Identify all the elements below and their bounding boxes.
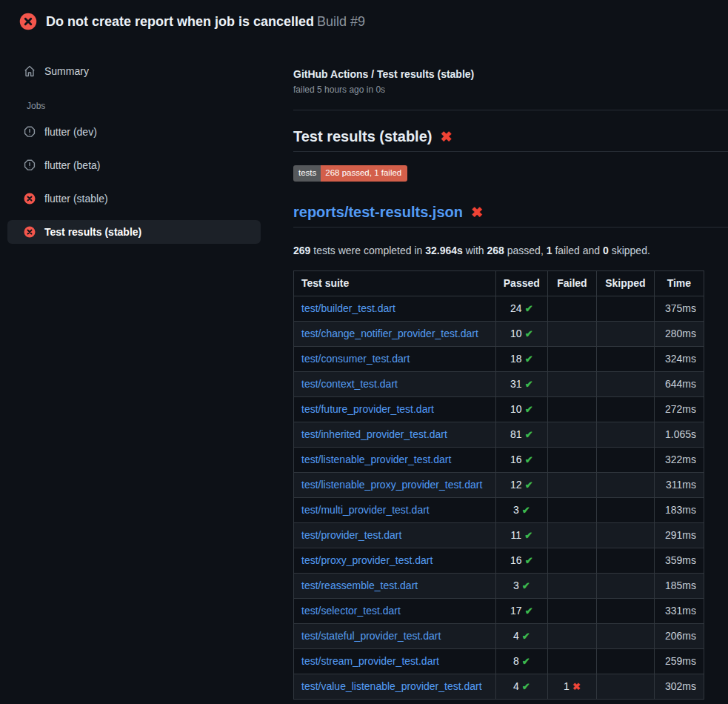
passed-cell: 11✔ (495, 522, 547, 548)
time-cell: 359ms (654, 548, 704, 573)
passed-cell: 24✔ (495, 296, 547, 321)
sidebar-item-label: Summary (44, 65, 89, 77)
suite-link[interactable]: test/proxy_provider_test.dart (301, 554, 433, 566)
check-run-header: Do not create report when job is cancell… (0, 0, 728, 41)
column-header-time: Time (654, 270, 704, 296)
badge-value: 268 passed, 1 failed (321, 165, 407, 182)
passed-count: 18 (510, 353, 522, 365)
x-icon: ✖ (471, 205, 483, 219)
sidebar-item-summary[interactable]: Summary (7, 59, 261, 83)
table-row: test/change_notifier_provider_test.dart … (294, 321, 704, 346)
suite-link[interactable]: test/context_test.dart (301, 378, 398, 390)
badge-label: tests (293, 165, 321, 182)
check-icon: ✔ (524, 530, 532, 541)
passed-count: 12 (510, 479, 522, 491)
check-icon: ✔ (522, 631, 530, 642)
passed-count: 4 (513, 630, 519, 642)
skipped-cell (597, 346, 655, 371)
failed-cell (547, 422, 596, 447)
passed-count: 16 (510, 554, 522, 566)
failed-cell (547, 447, 596, 472)
build-number: Build #9 (317, 14, 365, 29)
x-icon: ✖ (572, 681, 581, 692)
passed-cell: 10✔ (495, 396, 547, 422)
failed-cell (547, 598, 596, 623)
summary-text: passed, (504, 245, 547, 256)
time-cell: 272ms (654, 396, 704, 422)
failed-cell (547, 623, 596, 648)
time-cell: 302ms (654, 674, 704, 699)
suite-link[interactable]: test/listenable_proxy_provider_test.dart (301, 479, 482, 491)
passed-cell: 31✔ (495, 371, 547, 396)
sidebar-item-label: flutter (stable) (44, 193, 108, 205)
report-title: reports/test-results.json ✖ (293, 204, 728, 228)
time-cell: 644ms (654, 371, 704, 396)
suite-link[interactable]: test/stateful_provider_test.dart (301, 630, 441, 642)
passed-cell: 16✔ (495, 548, 547, 573)
skipped-cell (597, 296, 655, 321)
skipped-cell (597, 648, 655, 674)
sidebar-item-flutter-dev[interactable]: flutter (dev) (7, 120, 261, 144)
table-header-row: Test suite Passed Failed Skipped Time (294, 270, 704, 296)
table-row: test/stream_provider_test.dart 8✔ 259ms (294, 648, 704, 674)
column-header-failed: Failed (547, 270, 596, 296)
passed-cell: 3✔ (495, 497, 547, 522)
check-icon: ✔ (522, 656, 530, 667)
failed-cell (547, 573, 596, 598)
suite-link[interactable]: test/listenable_provider_test.dart (301, 454, 451, 465)
check-icon: ✔ (525, 328, 533, 339)
breadcrumb: GitHub Actions / Test results (stable) (293, 68, 728, 80)
skipped-cell (597, 396, 655, 422)
suite-link[interactable]: test/selector_test.dart (301, 605, 401, 617)
suite-link[interactable]: test/reassemble_test.dart (301, 580, 418, 591)
passed-cell: 18✔ (495, 346, 547, 371)
suite-link[interactable]: test/change_notifier_provider_test.dart (301, 328, 478, 339)
sidebar-item-test-results-stable[interactable]: Test results (stable) (7, 220, 261, 244)
table-row: test/stateful_provider_test.dart 4✔ 206m… (294, 623, 704, 648)
test-results-table: Test suite Passed Failed Skipped Time te… (293, 270, 704, 700)
column-header-test-suite: Test suite (294, 270, 496, 296)
suite-link[interactable]: test/consumer_test.dart (301, 353, 410, 365)
passed-count: 10 (510, 328, 522, 339)
page-title: Do not create report when job is cancell… (46, 14, 365, 30)
passed-count: 3 (513, 580, 519, 591)
suite-link[interactable]: test/inherited_provider_test.dart (301, 428, 447, 440)
suite-link[interactable]: test/future_provider_test.dart (301, 403, 434, 415)
passed-count: 3 (513, 504, 519, 516)
failed-cell (547, 321, 596, 346)
table-row: test/value_listenable_provider_test.dart… (294, 674, 704, 699)
check-icon: ✔ (525, 479, 533, 491)
passed-count: 4 (513, 680, 519, 692)
skipped-cell (597, 447, 655, 472)
section-title: Test results (stable) ✖ (293, 128, 728, 152)
suite-link[interactable]: test/value_listenable_provider_test.dart (301, 680, 482, 692)
suite-link[interactable]: test/stream_provider_test.dart (301, 655, 439, 667)
time-cell: 291ms (654, 522, 704, 548)
time-cell: 1.065s (654, 422, 704, 447)
report-file-link[interactable]: reports/test-results.json (293, 204, 463, 221)
passed-count: 10 (510, 403, 522, 415)
sidebar-item-label: flutter (beta) (44, 159, 100, 171)
check-icon: ✔ (522, 681, 530, 692)
check-icon: ✔ (525, 429, 533, 440)
suite-link[interactable]: test/builder_test.dart (301, 302, 395, 314)
table-row: test/builder_test.dart 24✔ 375ms (294, 296, 704, 321)
passed-cell: 4✔ (495, 674, 547, 699)
column-header-passed: Passed (495, 270, 547, 296)
failed-cell (547, 346, 596, 371)
check-icon: ✔ (525, 454, 533, 465)
summary-text: tests were completed in (310, 245, 425, 256)
workflow-run-title: Do not create report when job is cancell… (46, 14, 314, 29)
table-row: test/listenable_proxy_provider_test.dart… (294, 472, 704, 497)
summary-text: skipped. (609, 245, 650, 256)
table-row: test/future_provider_test.dart 10✔ 272ms (294, 396, 704, 422)
time-cell: 311ms (654, 472, 704, 497)
sidebar-item-flutter-stable[interactable]: flutter (stable) (7, 187, 261, 210)
passed-cell: 4✔ (495, 623, 547, 648)
summary-text: with (463, 245, 487, 256)
suite-link[interactable]: test/provider_test.dart (301, 529, 401, 541)
suite-link[interactable]: test/multi_provider_test.dart (301, 504, 430, 516)
summary-text: failed and (552, 245, 604, 256)
sidebar-item-flutter-beta[interactable]: flutter (beta) (7, 153, 261, 177)
time-cell: 185ms (654, 573, 704, 598)
